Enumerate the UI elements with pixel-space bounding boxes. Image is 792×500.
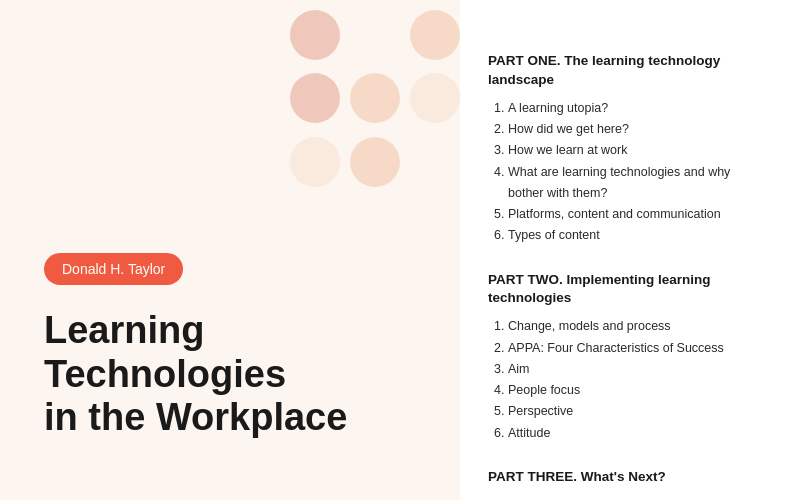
author-name: Donald H. Taylor [62,261,165,277]
part-two-list: Change, models and process APPA: Four Ch… [488,316,764,444]
list-item: How did we get here? [508,119,764,140]
right-panel: PART ONE. The learning technology landsc… [460,0,792,500]
list-item: Aim [508,359,764,380]
dot-5 [350,73,400,123]
part-three-section: PART THREE. What's Next? Future Learning… [488,468,764,500]
list-item: Types of content [508,225,764,246]
part-one-section: PART ONE. The learning technology landsc… [488,52,764,247]
dot-3 [410,10,460,60]
author-badge: Donald H. Taylor [44,253,183,285]
list-item: Platforms, content and communication [508,204,764,225]
part-one-title: PART ONE. The learning technology landsc… [488,52,764,90]
dot-4 [290,73,340,123]
title-line2: in the Workplace [44,396,347,438]
title-line1: Learning Technologies [44,309,286,395]
part-two-title: PART TWO. Implementing learning technolo… [488,271,764,309]
dot-6 [410,73,460,123]
dot-8 [350,137,400,187]
part-three-title: PART THREE. What's Next? [488,468,764,487]
list-item: Future Learning Technologies [508,495,764,500]
part-one-list: A learning utopia? How did we get here? … [488,98,764,247]
list-item: How we learn at work [508,140,764,161]
dot-1 [290,10,340,60]
list-item: People focus [508,380,764,401]
list-item: What are learning technologies and why b… [508,162,764,205]
list-item: APPA: Four Characteristics of Success [508,338,764,359]
book-title: Learning Technologies in the Workplace [44,309,404,440]
dots-decoration [280,0,460,200]
left-panel: Donald H. Taylor Learning Technologies i… [0,0,460,500]
dot-2 [350,10,400,60]
dot-7 [290,137,340,187]
part-three-list: Future Learning Technologies The Future … [488,495,764,500]
dot-9 [410,137,460,187]
list-item: Perspective [508,401,764,422]
list-item: Attitude [508,423,764,444]
list-item: Change, models and process [508,316,764,337]
part-two-section: PART TWO. Implementing learning technolo… [488,271,764,444]
list-item: A learning utopia? [508,98,764,119]
